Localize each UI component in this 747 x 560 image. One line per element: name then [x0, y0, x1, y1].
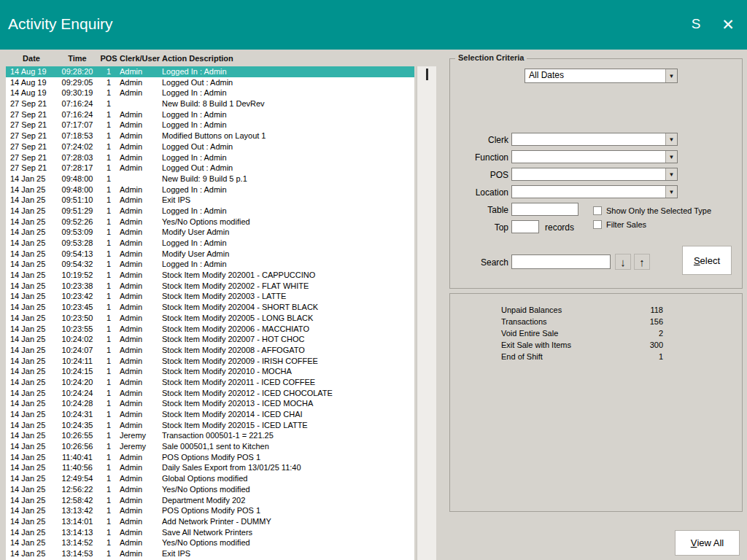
- pos-label: POS: [450, 170, 508, 180]
- table-row[interactable]: 14 Jan 2509:54:131AdminModify User Admin: [6, 249, 414, 260]
- table-row[interactable]: 14 Jan 2510:24:281AdminStock Item Modify…: [6, 398, 414, 409]
- table-input[interactable]: [511, 203, 578, 216]
- cell-date: 14 Jan 25: [6, 430, 57, 441]
- table-row[interactable]: 14 Jan 2513:14:131AdminSave All Network …: [6, 527, 414, 538]
- cell-clerk: Admin: [120, 388, 162, 399]
- date-range-dropdown[interactable]: All Dates ▼: [525, 69, 678, 83]
- table-row[interactable]: 14 Jan 2510:24:351AdminStock Item Modify…: [6, 420, 414, 431]
- table-row[interactable]: 14 Jan 2512:49:541AdminGlobal Options mo…: [6, 473, 414, 484]
- close-icon[interactable]: ✕: [718, 16, 738, 34]
- cell-pos: 1: [98, 109, 120, 120]
- cell-time: 07:17:07: [57, 120, 98, 131]
- cell-date: 14 Aug 19: [6, 77, 57, 88]
- table-row[interactable]: 27 Sep 2107:16:241AdminLogged In : Admin: [6, 109, 414, 120]
- cell-pos: 1: [98, 484, 120, 495]
- table-row[interactable]: 14 Jan 2513:13:421AdminPOS Options Modif…: [6, 505, 414, 516]
- location-label: Location: [450, 187, 508, 198]
- table-row[interactable]: 14 Jan 2513:14:011AdminAdd Network Print…: [6, 516, 414, 527]
- table-row[interactable]: 27 Sep 2107:28:031AdminLogged In : Admin: [6, 152, 414, 163]
- clerk-dropdown[interactable]: ▼: [511, 133, 678, 146]
- table-row[interactable]: 14 Jan 2510:26:551JeremyTransaction 0005…: [6, 430, 414, 441]
- cell-time: 09:53:28: [57, 238, 98, 249]
- table-row[interactable]: 14 Jan 2510:24:071AdminStock Item Modify…: [6, 345, 414, 356]
- table-row[interactable]: 14 Jan 2509:52:261AdminYes/No Options mo…: [6, 217, 414, 228]
- top-records-input[interactable]: [511, 220, 539, 233]
- pos-dropdown[interactable]: ▼: [511, 168, 678, 181]
- table-row[interactable]: 14 Jan 2510:24:311AdminStock Item Modify…: [6, 409, 414, 420]
- table-row[interactable]: 27 Sep 2107:17:071AdminLogged In : Admin: [6, 120, 414, 131]
- table-row[interactable]: 14 Jan 2511:40:411AdminPOS Options Modif…: [6, 452, 414, 463]
- table-row[interactable]: 14 Jan 2510:24:111AdminStock Item Modify…: [6, 356, 414, 367]
- cell-time: 09:28:20: [57, 66, 98, 77]
- cell-time: 10:23:55: [57, 324, 98, 335]
- cell-time: 09:53:09: [57, 227, 98, 238]
- cell-time: 10:24:20: [57, 377, 98, 388]
- vertical-scrollbar[interactable]: [417, 66, 436, 560]
- table-row[interactable]: 14 Jan 2510:23:501AdminStock Item Modify…: [6, 313, 414, 324]
- search-up-button[interactable]: ↑: [634, 254, 650, 270]
- show-selected-type-checkbox[interactable]: Show Only the Selected Type: [593, 206, 739, 215]
- cell-date: 14 Jan 25: [6, 195, 57, 206]
- table-row[interactable]: 14 Aug 1909:30:191AdminLogged In : Admin: [6, 88, 414, 98]
- cell-clerk: Admin: [120, 141, 162, 152]
- table-row[interactable]: 14 Jan 2512:58:421AdminDepartment Modify…: [6, 495, 414, 506]
- table-row[interactable]: 14 Jan 2512:56:221AdminYes/No Options mo…: [6, 484, 414, 495]
- table-row[interactable]: 14 Jan 2510:23:551AdminStock Item Modify…: [6, 324, 414, 335]
- table-row[interactable]: 14 Jan 2513:14:521AdminYes/No Options mo…: [6, 537, 414, 548]
- table-row[interactable]: 14 Jan 2509:51:101AdminExit IPS: [6, 195, 414, 206]
- table-row[interactable]: 27 Sep 2107:16:241New Build: 8 Build 1 D…: [6, 98, 414, 109]
- function-dropdown[interactable]: ▼: [511, 150, 678, 163]
- cell-date: 14 Jan 25: [6, 227, 57, 238]
- table-row[interactable]: 14 Jan 2509:54:321AdminLogged In : Admin: [6, 259, 414, 270]
- column-header-clerk: Clerk/User: [120, 54, 162, 66]
- view-all-button[interactable]: View All: [675, 530, 740, 556]
- cell-clerk: Jeremy: [120, 441, 162, 452]
- cell-time: 10:24:24: [57, 388, 98, 399]
- titlebar-s-button[interactable]: S: [687, 16, 705, 32]
- table-row[interactable]: 14 Jan 2509:51:291AdminLogged In : Admin: [6, 206, 414, 217]
- cell-clerk: Admin: [120, 195, 162, 206]
- table-row[interactable]: 14 Jan 2510:24:201AdminStock Item Modify…: [6, 377, 414, 388]
- table-row[interactable]: 14 Jan 2510:24:241AdminStock Item Modify…: [6, 388, 414, 399]
- table-row[interactable]: 14 Jan 2510:23:381AdminStock Item Modify…: [6, 281, 414, 292]
- cell-date: 14 Jan 25: [6, 484, 57, 495]
- table-row[interactable]: 14 Jan 2510:26:561JeremySale 000501,1 se…: [6, 441, 414, 452]
- table-row[interactable]: 14 Jan 2513:14:531AdminExit IPS: [6, 548, 414, 559]
- cell-pos: 1: [98, 377, 120, 388]
- cell-clerk: Admin: [120, 495, 162, 506]
- location-dropdown[interactable]: ▼: [511, 185, 678, 198]
- cell-action: Yes/No Options modified: [162, 484, 414, 495]
- cell-date: 14 Jan 25: [6, 324, 57, 335]
- filter-sales-checkbox[interactable]: Filter Sales: [593, 220, 739, 229]
- cell-date: 14 Jan 25: [6, 495, 57, 506]
- table-row[interactable]: 14 Jan 2509:48:001AdminLogged In : Admin: [6, 184, 414, 195]
- table-row[interactable]: 14 Jan 2510:24:021AdminStock Item Modify…: [6, 334, 414, 345]
- table-row[interactable]: 14 Jan 2509:53:091AdminModify User Admin: [6, 227, 414, 238]
- table-row[interactable]: 14 Jan 2510:23:451AdminStock Item Modify…: [6, 302, 414, 313]
- table-row[interactable]: 14 Aug 1909:29:051AdminLogged Out : Admi…: [6, 77, 414, 88]
- cell-action: Global Options modified: [162, 473, 414, 484]
- table-row[interactable]: 14 Jan 2510:24:151AdminStock Item Modify…: [6, 366, 414, 377]
- search-down-button[interactable]: ↓: [615, 254, 631, 270]
- titlebar: Activity Enquiry S ✕: [0, 0, 747, 50]
- table-row[interactable]: 14 Jan 2509:48:001New Build: 9 Build 5 p…: [6, 174, 414, 184]
- table-row[interactable]: 27 Sep 2107:24:021AdminLogged Out : Admi…: [6, 141, 414, 152]
- table-row[interactable]: 14 Jan 2509:53:281AdminLogged In : Admin: [6, 238, 414, 249]
- search-input[interactable]: [511, 254, 611, 269]
- table-row[interactable]: 14 Jan 2510:19:521AdminStock Item Modify…: [6, 270, 414, 281]
- function-label: Function: [450, 152, 508, 163]
- cell-clerk: Admin: [120, 505, 162, 516]
- cell-action: Yes/No Options modified: [162, 217, 414, 228]
- table-row[interactable]: 14 Aug 1909:28:201AdminLogged In : Admin: [6, 66, 414, 77]
- table-row[interactable]: 14 Jan 2510:23:421AdminStock Item Modify…: [6, 291, 414, 302]
- table-row[interactable]: 27 Sep 2107:28:171AdminLogged Out : Admi…: [6, 163, 414, 174]
- scrollbar-thumb[interactable]: [426, 69, 428, 80]
- cell-clerk: Jeremy: [120, 430, 162, 441]
- column-header-pos: POS: [98, 54, 120, 66]
- cell-action: Department Modify 202: [162, 495, 414, 506]
- activity-enquiry-window: Activity Enquiry S ✕ Date Time POS Clerk…: [0, 0, 747, 560]
- cell-date: 14 Jan 25: [6, 473, 57, 484]
- table-row[interactable]: 14 Jan 2511:40:561AdminDaily Sales Expor…: [6, 462, 414, 473]
- select-button[interactable]: Select: [682, 246, 732, 275]
- table-row[interactable]: 27 Sep 2107:18:531AdminModified Buttons …: [6, 131, 414, 141]
